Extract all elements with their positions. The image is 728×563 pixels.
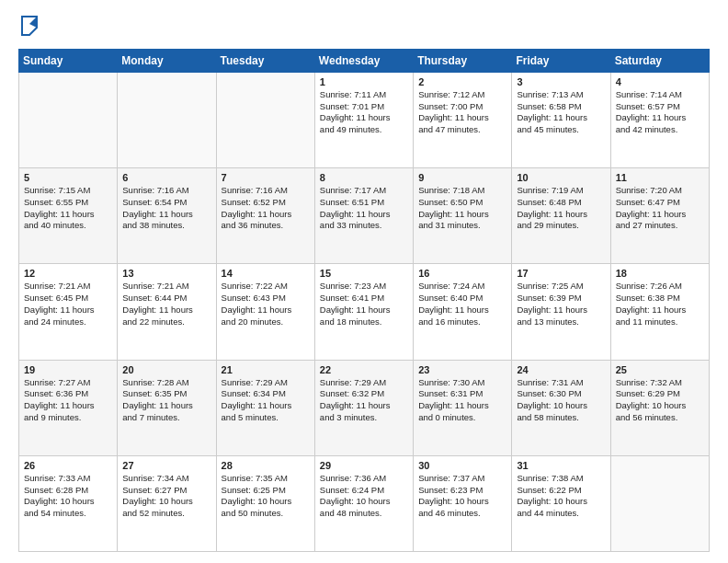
calendar-cell: 11Sunrise: 7:20 AM Sunset: 6:47 PM Dayli… (610, 168, 709, 264)
calendar-cell (610, 455, 709, 551)
calendar-cell: 27Sunrise: 7:34 AM Sunset: 6:27 PM Dayli… (118, 455, 216, 551)
calendar-cell: 19Sunrise: 7:27 AM Sunset: 6:36 PM Dayli… (19, 360, 118, 455)
day-number: 28 (222, 460, 310, 471)
calendar-week-row: 26Sunrise: 7:33 AM Sunset: 6:28 PM Dayli… (19, 455, 710, 551)
calendar-cell: 24Sunrise: 7:31 AM Sunset: 6:30 PM Dayli… (512, 360, 610, 455)
day-number: 22 (320, 364, 408, 375)
day-number: 14 (222, 268, 310, 279)
day-info: Sunrise: 7:31 AM Sunset: 6:30 PM Dayligh… (517, 377, 605, 424)
day-number: 9 (418, 172, 506, 183)
calendar-cell: 6Sunrise: 7:16 AM Sunset: 6:54 PM Daylig… (118, 168, 216, 264)
day-info: Sunrise: 7:13 AM Sunset: 6:58 PM Dayligh… (517, 89, 605, 136)
day-info: Sunrise: 7:32 AM Sunset: 6:29 PM Dayligh… (616, 377, 704, 424)
weekday-header-wednesday: Wednesday (314, 49, 413, 72)
day-info: Sunrise: 7:33 AM Sunset: 6:28 PM Dayligh… (24, 473, 112, 520)
header (18, 15, 710, 41)
day-info: Sunrise: 7:15 AM Sunset: 6:55 PM Dayligh… (24, 185, 112, 232)
calendar-cell: 25Sunrise: 7:32 AM Sunset: 6:29 PM Dayli… (610, 360, 709, 455)
calendar-cell: 2Sunrise: 7:12 AM Sunset: 7:00 PM Daylig… (414, 72, 512, 167)
calendar-cell: 9Sunrise: 7:18 AM Sunset: 6:50 PM Daylig… (414, 168, 512, 264)
weekday-header-friday: Friday (512, 49, 610, 72)
day-number: 10 (517, 172, 605, 183)
calendar-cell: 30Sunrise: 7:37 AM Sunset: 6:23 PM Dayli… (414, 455, 512, 551)
day-number: 27 (122, 460, 210, 471)
day-number: 25 (616, 364, 704, 375)
day-number: 7 (222, 172, 310, 183)
day-number: 26 (24, 460, 112, 471)
weekday-header-row: SundayMondayTuesdayWednesdayThursdayFrid… (19, 49, 710, 72)
day-info: Sunrise: 7:36 AM Sunset: 6:24 PM Dayligh… (320, 473, 408, 520)
calendar-week-row: 5Sunrise: 7:15 AM Sunset: 6:55 PM Daylig… (19, 168, 710, 264)
weekday-header-sunday: Sunday (19, 49, 118, 72)
day-info: Sunrise: 7:28 AM Sunset: 6:35 PM Dayligh… (122, 377, 210, 424)
day-info: Sunrise: 7:22 AM Sunset: 6:43 PM Dayligh… (222, 281, 310, 327)
calendar-cell: 7Sunrise: 7:16 AM Sunset: 6:52 PM Daylig… (216, 168, 314, 264)
calendar-cell: 13Sunrise: 7:21 AM Sunset: 6:44 PM Dayli… (118, 264, 216, 360)
day-number: 30 (418, 460, 506, 471)
calendar-cell: 31Sunrise: 7:38 AM Sunset: 6:22 PM Dayli… (512, 455, 610, 551)
weekday-header-thursday: Thursday (414, 49, 512, 72)
day-info: Sunrise: 7:29 AM Sunset: 6:32 PM Dayligh… (320, 377, 408, 424)
calendar-cell: 22Sunrise: 7:29 AM Sunset: 6:32 PM Dayli… (314, 360, 413, 455)
calendar-cell: 17Sunrise: 7:25 AM Sunset: 6:39 PM Dayli… (512, 264, 610, 360)
day-info: Sunrise: 7:27 AM Sunset: 6:36 PM Dayligh… (24, 377, 112, 424)
day-number: 19 (24, 364, 112, 375)
day-info: Sunrise: 7:11 AM Sunset: 7:01 PM Dayligh… (320, 89, 408, 136)
calendar-cell: 28Sunrise: 7:35 AM Sunset: 6:25 PM Dayli… (216, 455, 314, 551)
day-info: Sunrise: 7:14 AM Sunset: 6:57 PM Dayligh… (616, 89, 704, 136)
day-info: Sunrise: 7:35 AM Sunset: 6:25 PM Dayligh… (222, 473, 310, 520)
calendar-cell: 26Sunrise: 7:33 AM Sunset: 6:28 PM Dayli… (19, 455, 118, 551)
day-number: 6 (122, 172, 210, 183)
day-info: Sunrise: 7:24 AM Sunset: 6:40 PM Dayligh… (418, 281, 506, 327)
day-number: 31 (517, 460, 605, 471)
calendar-cell: 16Sunrise: 7:24 AM Sunset: 6:40 PM Dayli… (414, 264, 512, 360)
day-number: 23 (418, 364, 506, 375)
day-info: Sunrise: 7:16 AM Sunset: 6:54 PM Dayligh… (122, 185, 210, 232)
page: SundayMondayTuesdayWednesdayThursdayFrid… (0, 0, 728, 563)
day-number: 4 (616, 76, 704, 87)
day-number: 16 (418, 268, 506, 279)
calendar-cell: 10Sunrise: 7:19 AM Sunset: 6:48 PM Dayli… (512, 168, 610, 264)
calendar-cell: 14Sunrise: 7:22 AM Sunset: 6:43 PM Dayli… (216, 264, 314, 360)
day-info: Sunrise: 7:18 AM Sunset: 6:50 PM Dayligh… (418, 185, 506, 232)
calendar-cell: 1Sunrise: 7:11 AM Sunset: 7:01 PM Daylig… (314, 72, 413, 167)
day-info: Sunrise: 7:26 AM Sunset: 6:38 PM Dayligh… (616, 281, 704, 327)
day-number: 13 (122, 268, 210, 279)
calendar-cell (118, 72, 216, 167)
calendar-cell: 21Sunrise: 7:29 AM Sunset: 6:34 PM Dayli… (216, 360, 314, 455)
weekday-header-tuesday: Tuesday (216, 49, 314, 72)
day-info: Sunrise: 7:16 AM Sunset: 6:52 PM Dayligh… (222, 185, 310, 232)
day-info: Sunrise: 7:23 AM Sunset: 6:41 PM Dayligh… (320, 281, 408, 327)
day-info: Sunrise: 7:30 AM Sunset: 6:31 PM Dayligh… (418, 377, 506, 424)
day-info: Sunrise: 7:25 AM Sunset: 6:39 PM Dayligh… (517, 281, 605, 327)
day-info: Sunrise: 7:20 AM Sunset: 6:47 PM Dayligh… (616, 185, 704, 232)
weekday-header-monday: Monday (118, 49, 216, 72)
calendar-week-row: 1Sunrise: 7:11 AM Sunset: 7:01 PM Daylig… (19, 72, 710, 167)
day-info: Sunrise: 7:17 AM Sunset: 6:51 PM Dayligh… (320, 185, 408, 232)
day-info: Sunrise: 7:19 AM Sunset: 6:48 PM Dayligh… (517, 185, 605, 232)
day-info: Sunrise: 7:12 AM Sunset: 7:00 PM Dayligh… (418, 89, 506, 136)
day-number: 18 (616, 268, 704, 279)
day-number: 3 (517, 76, 605, 87)
day-number: 29 (320, 460, 408, 471)
day-number: 8 (320, 172, 408, 183)
day-info: Sunrise: 7:21 AM Sunset: 6:44 PM Dayligh… (122, 281, 210, 327)
calendar-cell: 3Sunrise: 7:13 AM Sunset: 6:58 PM Daylig… (512, 72, 610, 167)
day-info: Sunrise: 7:37 AM Sunset: 6:23 PM Dayligh… (418, 473, 506, 520)
calendar-cell: 8Sunrise: 7:17 AM Sunset: 6:51 PM Daylig… (314, 168, 413, 264)
day-number: 5 (24, 172, 112, 183)
calendar-cell: 23Sunrise: 7:30 AM Sunset: 6:31 PM Dayli… (414, 360, 512, 455)
svg-marker-1 (29, 17, 37, 28)
calendar-cell: 29Sunrise: 7:36 AM Sunset: 6:24 PM Dayli… (314, 455, 413, 551)
day-number: 12 (24, 268, 112, 279)
calendar-cell: 15Sunrise: 7:23 AM Sunset: 6:41 PM Dayli… (314, 264, 413, 360)
calendar-week-row: 19Sunrise: 7:27 AM Sunset: 6:36 PM Dayli… (19, 360, 710, 455)
calendar-cell: 20Sunrise: 7:28 AM Sunset: 6:35 PM Dayli… (118, 360, 216, 455)
logo-icon (20, 15, 39, 37)
day-number: 24 (517, 364, 605, 375)
day-info: Sunrise: 7:29 AM Sunset: 6:34 PM Dayligh… (222, 377, 310, 424)
logo (18, 15, 39, 41)
calendar-cell: 18Sunrise: 7:26 AM Sunset: 6:38 PM Dayli… (610, 264, 709, 360)
day-number: 17 (517, 268, 605, 279)
day-info: Sunrise: 7:21 AM Sunset: 6:45 PM Dayligh… (24, 281, 112, 327)
